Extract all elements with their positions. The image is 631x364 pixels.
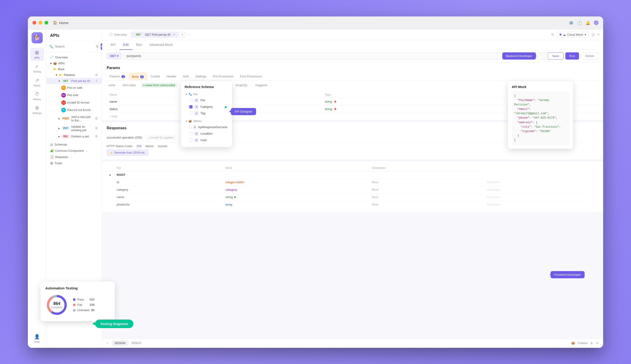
automation-popup: Automation Testing 864 Completed (41, 282, 115, 321)
ref-item-pet[interactable]: ⊕ Pet (188, 97, 228, 104)
ref-group-others[interactable]: ▾ 📦 Others (185, 118, 228, 124)
sidebar-item-history[interactable]: ⏱ History (30, 90, 44, 102)
tab-get-pet[interactable]: GET GET Find pet by ID ✕ (131, 32, 179, 38)
params-tab-body[interactable]: Body 2 (129, 73, 147, 80)
testing-engineer-badge: Testing Engineer (95, 320, 133, 328)
window-title: 🏠 Home (53, 20, 68, 25)
ref-pet-checkbox[interactable] (189, 99, 192, 102)
nav-requests[interactable]: 📋 Requests › (46, 154, 102, 160)
ref-item-category[interactable]: ✓ ⊕ Category ▶ (188, 104, 228, 110)
others-group-icon: 📦 (188, 120, 192, 123)
tab-overview[interactable]: 📄 Overview (106, 32, 130, 38)
cookies-label[interactable]: Cookies (578, 342, 588, 345)
run-button[interactable]: Run (565, 52, 579, 60)
ref-group-pet[interactable]: ▾ 🐾 Pet (185, 92, 228, 97)
body-type-none[interactable]: none (107, 83, 117, 88)
nav-common-component[interactable]: 🧩 Common Component › (46, 148, 102, 154)
http-status-value: 200 (136, 144, 141, 148)
schema-id-mock[interactable]: Mock (369, 178, 484, 186)
generate-json-button[interactable]: ⚡ Generate from JSON etc. (107, 150, 148, 156)
schema-photo-mock[interactable]: Mock (369, 201, 484, 208)
schema-id-desc: Description (484, 178, 598, 186)
title-bar: 🏠 Home ⚙️ 🕐 🔔 U (28, 16, 603, 30)
ref-api-response-checkbox[interactable] (189, 126, 192, 129)
maximize-button[interactable] (45, 21, 48, 24)
cloud-mock-button[interactable]: ☁ Cloud Mock ▾ (557, 32, 589, 38)
params-tab-post-processors[interactable]: Post Processors (237, 73, 265, 80)
close-button[interactable] (33, 21, 36, 24)
body-type-graphql[interactable]: GraphQL (234, 83, 250, 88)
apis-folder-icon: ▾ (50, 62, 52, 65)
body-type-msgpack[interactable]: msgpack (253, 83, 269, 88)
api-method-selector[interactable]: GET ▾ (107, 52, 122, 59)
params-tab-pre-processors[interactable]: Pre Processors (210, 73, 236, 80)
settings-icon[interactable]: ⚙️ (569, 20, 573, 25)
ref-tag-checkbox[interactable] (189, 112, 192, 115)
tab-add-button[interactable]: + (179, 32, 185, 37)
debug-tab[interactable]: DEBUG (129, 340, 144, 346)
ref-user-checkbox[interactable] (189, 138, 192, 142)
sidebar-item-invite[interactable]: 👤 Invite (30, 332, 44, 345)
nav-search-input[interactable] (55, 45, 94, 48)
tab-api[interactable]: API (107, 40, 119, 50)
params-tab-params[interactable]: Params 2 (107, 73, 128, 80)
api-url-input[interactable] (123, 52, 546, 60)
tab-more-icon[interactable]: ··· (187, 32, 190, 37)
body-type-form-data[interactable]: form-data (121, 83, 138, 88)
nav-sub-invalid-id[interactable]: Lo Invalid ID format (46, 99, 102, 106)
tab-advanced-mock[interactable]: Advanced Mock (146, 40, 176, 50)
delete-button[interactable]: Delete (581, 52, 598, 60)
ref-localtion-checkbox[interactable] (189, 132, 192, 135)
ref-category-checkbox[interactable]: ✓ (189, 105, 192, 108)
trash-bottom-icon[interactable]: 🗑 (590, 342, 593, 345)
design-tab[interactable]: DESIGN (112, 340, 128, 346)
ref-item-localtion[interactable]: ⊕ Localtion (188, 130, 228, 137)
nav-schemas[interactable]: 🗂 Schemas (46, 141, 102, 148)
ref-item-user[interactable]: ⊕ User (188, 137, 228, 144)
bell-icon[interactable]: 🔔 (585, 20, 590, 25)
nav-sub-pet-sold[interactable]: Pe Pet sold (46, 92, 102, 99)
minimize-button[interactable] (39, 21, 42, 24)
nav-endpoint-put-update-pet[interactable]: ▸ PUT Update an existing pet 9 (46, 124, 102, 133)
params-tab-cookie[interactable]: Cookie (148, 73, 163, 80)
sidebar-item-testing[interactable]: ✓ Testing (30, 62, 44, 75)
chevron-left-icon[interactable]: « (107, 342, 108, 345)
put-arrow: ▸ (59, 126, 60, 130)
tab-run[interactable]: Run (132, 40, 146, 50)
settings-bottom-icon[interactable]: ⚙ (596, 342, 598, 345)
endpoint-count-badge: 4 (94, 80, 98, 82)
params-tab-auth[interactable]: Auth (180, 73, 192, 80)
user-avatar[interactable]: U (594, 20, 598, 25)
nav-endpoint-get-find-pet[interactable]: ▾ GET Find pet by ID 4 (46, 78, 102, 84)
schema-cat-mock[interactable]: Mock (369, 186, 484, 193)
sidebar-item-settings[interactable]: ⚙ Settings (30, 103, 44, 116)
nav-apis-folder[interactable]: ▾ 📦 APIs (46, 60, 102, 66)
schema-name-mock[interactable]: Mock (369, 193, 484, 201)
save-button[interactable]: Save (548, 52, 563, 60)
nav-filter-button[interactable]: ⇅ (96, 43, 99, 50)
tab-close-icon[interactable]: ✕ (173, 33, 175, 36)
more-options-icon[interactable]: ≡ (597, 32, 599, 36)
root-folder-icon: 📁 (53, 68, 57, 71)
refresh-icon[interactable]: ↻ (551, 32, 554, 37)
put-count-badge: 9 (94, 127, 98, 130)
nav-trash[interactable]: 🗑 Trash (46, 160, 102, 166)
clock-icon[interactable]: 🕐 (577, 20, 582, 25)
cookies-icon: 🍪 (571, 342, 575, 345)
nav-root-folder[interactable]: 📁 Root (46, 66, 102, 72)
nav-sub-pet-on-sale[interactable]: Pe Pet on sale (46, 84, 102, 92)
sidebar-item-apis[interactable]: ⊞ APIs (30, 48, 44, 61)
sidebar-item-share[interactable]: ↗ Share (30, 76, 44, 89)
nav-overview[interactable]: 📄 Overview (46, 54, 102, 60)
body-type-x-www[interactable]: x-www-form-urlencoded (141, 83, 177, 88)
layout-icon[interactable]: ⊡ (591, 32, 594, 37)
nav-sub-record-not-found[interactable]: CI Record not found (46, 106, 102, 114)
tab-edit[interactable]: Edit (119, 40, 132, 50)
ref-item-tag[interactable]: ⊕ Tag (188, 110, 228, 116)
nav-endpoint-post-add-pet[interactable]: ▸ POST Add a new pet to the... 5 (46, 114, 102, 124)
params-tab-header[interactable]: Header (163, 73, 179, 80)
nav-endpoint-del-pet[interactable]: ▸ DEL Deletes a pet 3 (46, 133, 102, 140)
nav-petstore-folder[interactable]: ▾ 📁 Petstore 4 (46, 72, 102, 78)
ref-item-api-response[interactable]: ⊕ ApiResponseSuccess (188, 124, 228, 130)
params-tab-settings[interactable]: Settings (193, 73, 209, 80)
